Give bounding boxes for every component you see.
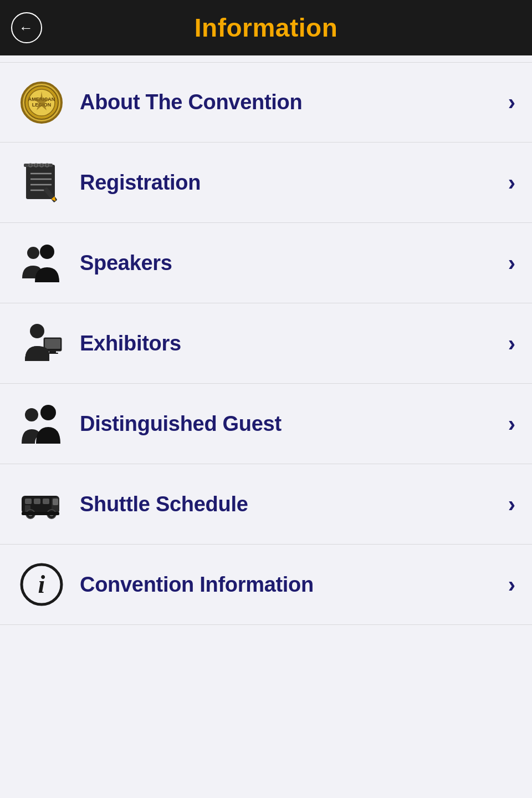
- svg-point-20: [30, 324, 44, 338]
- menu-item-registration[interactable]: Registration ›: [0, 143, 532, 223]
- back-arrow-icon: ←: [19, 21, 33, 35]
- svg-rect-32: [43, 499, 49, 504]
- svg-rect-29: [53, 499, 58, 505]
- menu-item-speakers[interactable]: Speakers ›: [0, 223, 532, 303]
- speakers-label: Speakers: [80, 251, 503, 275]
- page-title: Information: [195, 13, 337, 43]
- svg-point-19: [40, 245, 54, 259]
- chevron-right-icon: ›: [508, 90, 515, 115]
- svg-rect-31: [34, 499, 40, 504]
- medal-icon: AMERICAN LEGION: [17, 78, 66, 128]
- distinguished-icon: [17, 399, 66, 449]
- exhibitor-icon: [17, 318, 66, 368]
- menu-item-shuttle-schedule[interactable]: Shuttle Schedule ›: [0, 464, 532, 545]
- convention-information-label: Convention Information: [80, 573, 503, 597]
- back-button[interactable]: ←: [11, 12, 42, 43]
- notebook-icon: [17, 157, 66, 207]
- chevron-right-icon: ›: [508, 170, 515, 195]
- speakers-icon: [17, 238, 66, 288]
- svg-point-26: [40, 405, 56, 420]
- chevron-right-icon: ›: [508, 331, 515, 356]
- chevron-right-icon: ›: [508, 572, 515, 597]
- distinguished-guest-label: Distinguished Guest: [80, 412, 503, 436]
- menu-list: AMERICAN LEGION About The Convention ›: [0, 62, 532, 625]
- svg-point-25: [25, 408, 38, 421]
- registration-label: Registration: [80, 171, 503, 195]
- app-header: ← Information: [0, 0, 532, 55]
- exhibitors-label: Exhibitors: [80, 332, 503, 355]
- svg-rect-22: [45, 339, 60, 349]
- shuttle-schedule-label: Shuttle Schedule: [80, 492, 503, 516]
- shuttle-icon: [17, 479, 66, 529]
- about-convention-label: About The Convention: [80, 90, 503, 114]
- chevron-right-icon: ›: [508, 251, 515, 276]
- svg-rect-30: [25, 499, 32, 504]
- chevron-right-icon: ›: [508, 411, 515, 436]
- chevron-right-icon: ›: [508, 492, 515, 517]
- svg-point-18: [27, 247, 39, 259]
- menu-item-convention-information[interactable]: i Convention Information ›: [0, 545, 532, 625]
- svg-rect-38: [22, 512, 59, 515]
- info-icon: i: [17, 560, 66, 609]
- menu-item-distinguished-guest[interactable]: Distinguished Guest ›: [0, 384, 532, 464]
- menu-item-exhibitors[interactable]: Exhibitors ›: [0, 303, 532, 384]
- menu-item-about-convention[interactable]: AMERICAN LEGION About The Convention ›: [0, 62, 532, 143]
- svg-text:i: i: [38, 570, 45, 598]
